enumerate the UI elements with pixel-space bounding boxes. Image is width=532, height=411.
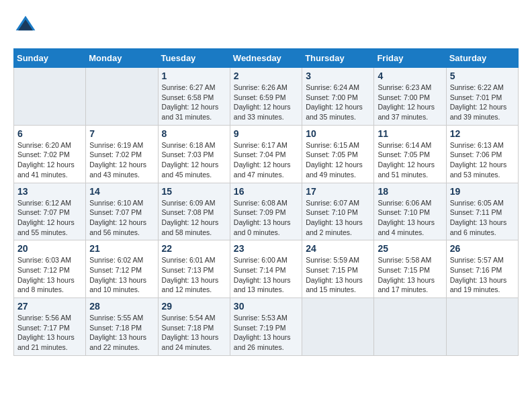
day-info: Sunrise: 6:01 AM Sunset: 7:13 PM Dayligh…: [162, 255, 226, 295]
day-info: Sunrise: 5:53 AM Sunset: 7:19 PM Dayligh…: [234, 313, 298, 353]
calendar-cell: 3Sunrise: 6:24 AM Sunset: 7:00 PM Daylig…: [302, 68, 374, 126]
calendar-cell: 25Sunrise: 5:58 AM Sunset: 7:15 PM Dayli…: [374, 240, 446, 298]
calendar-cell: [86, 68, 158, 126]
day-number: 19: [450, 186, 515, 197]
day-number: 16: [234, 186, 298, 197]
day-info: Sunrise: 5:56 AM Sunset: 7:17 PM Dayligh…: [17, 313, 82, 353]
calendar-cell: 10Sunrise: 6:15 AM Sunset: 7:05 PM Dayli…: [302, 125, 374, 183]
day-number: 22: [162, 243, 226, 254]
day-number: 3: [306, 71, 370, 81]
calendar-cell: 21Sunrise: 6:02 AM Sunset: 7:12 PM Dayli…: [86, 240, 158, 298]
day-info: Sunrise: 6:18 AM Sunset: 7:03 PM Dayligh…: [162, 140, 226, 180]
calendar-cell: 9Sunrise: 6:17 AM Sunset: 7:04 PM Daylig…: [230, 125, 302, 183]
day-info: Sunrise: 5:57 AM Sunset: 7:16 PM Dayligh…: [450, 255, 515, 295]
calendar-cell: 8Sunrise: 6:18 AM Sunset: 7:03 PM Daylig…: [158, 125, 230, 183]
weekday-header-friday: Friday: [374, 49, 446, 68]
calendar-cell: 5Sunrise: 6:22 AM Sunset: 7:01 PM Daylig…: [446, 68, 518, 126]
calendar-week-row: 13Sunrise: 6:12 AM Sunset: 7:07 PM Dayli…: [14, 183, 519, 240]
calendar-cell: 15Sunrise: 6:09 AM Sunset: 7:08 PM Dayli…: [158, 183, 230, 240]
calendar-cell: 24Sunrise: 5:59 AM Sunset: 7:15 PM Dayli…: [302, 240, 374, 298]
day-number: 25: [378, 243, 442, 254]
day-number: 30: [234, 301, 298, 312]
day-info: Sunrise: 6:23 AM Sunset: 7:00 PM Dayligh…: [378, 83, 442, 122]
day-number: 2: [234, 71, 298, 81]
day-info: Sunrise: 6:02 AM Sunset: 7:12 PM Dayligh…: [89, 255, 154, 295]
day-info: Sunrise: 6:26 AM Sunset: 6:59 PM Dayligh…: [234, 83, 298, 122]
day-info: Sunrise: 6:05 AM Sunset: 7:11 PM Dayligh…: [450, 198, 515, 238]
day-number: 10: [306, 128, 370, 139]
day-number: 12: [450, 128, 515, 139]
calendar-cell: 2Sunrise: 6:26 AM Sunset: 6:59 PM Daylig…: [230, 68, 302, 126]
day-number: 9: [234, 128, 298, 139]
calendar-week-row: 1Sunrise: 6:27 AM Sunset: 6:58 PM Daylig…: [14, 68, 519, 126]
day-number: 13: [17, 186, 82, 197]
day-number: 28: [89, 301, 154, 312]
calendar-cell: 13Sunrise: 6:12 AM Sunset: 7:07 PM Dayli…: [14, 183, 86, 240]
calendar-cell: 11Sunrise: 6:14 AM Sunset: 7:05 PM Dayli…: [374, 125, 446, 183]
day-info: Sunrise: 6:24 AM Sunset: 7:00 PM Dayligh…: [306, 83, 370, 122]
weekday-header-sunday: Sunday: [14, 49, 86, 68]
calendar-cell: 14Sunrise: 6:10 AM Sunset: 7:07 PM Dayli…: [86, 183, 158, 240]
day-number: 20: [17, 243, 82, 254]
logo-icon: [13, 13, 38, 38]
calendar-cell: 23Sunrise: 6:00 AM Sunset: 7:14 PM Dayli…: [230, 240, 302, 298]
calendar-week-row: 6Sunrise: 6:20 AM Sunset: 7:02 PM Daylig…: [14, 125, 519, 183]
day-info: Sunrise: 6:07 AM Sunset: 7:10 PM Dayligh…: [306, 198, 370, 238]
calendar-cell: 18Sunrise: 6:06 AM Sunset: 7:10 PM Dayli…: [374, 183, 446, 240]
day-number: 24: [306, 243, 370, 254]
day-number: 18: [378, 186, 442, 197]
calendar-cell: 26Sunrise: 5:57 AM Sunset: 7:16 PM Dayli…: [446, 240, 518, 298]
day-info: Sunrise: 6:27 AM Sunset: 6:58 PM Dayligh…: [162, 83, 226, 122]
day-info: Sunrise: 6:00 AM Sunset: 7:14 PM Dayligh…: [234, 255, 298, 295]
day-info: Sunrise: 5:54 AM Sunset: 7:18 PM Dayligh…: [162, 313, 226, 353]
day-number: 17: [306, 186, 370, 197]
calendar-cell: [374, 298, 446, 356]
day-info: Sunrise: 6:17 AM Sunset: 7:04 PM Dayligh…: [234, 140, 298, 180]
day-info: Sunrise: 6:22 AM Sunset: 7:01 PM Dayligh…: [450, 83, 515, 122]
day-number: 15: [162, 186, 226, 197]
day-info: Sunrise: 5:55 AM Sunset: 7:18 PM Dayligh…: [89, 313, 154, 353]
calendar-cell: 7Sunrise: 6:19 AM Sunset: 7:02 PM Daylig…: [86, 125, 158, 183]
weekday-header-monday: Monday: [86, 49, 158, 68]
weekday-header-thursday: Thursday: [302, 49, 374, 68]
calendar-cell: 6Sunrise: 6:20 AM Sunset: 7:02 PM Daylig…: [14, 125, 86, 183]
day-info: Sunrise: 6:15 AM Sunset: 7:05 PM Dayligh…: [306, 140, 370, 180]
day-info: Sunrise: 5:59 AM Sunset: 7:15 PM Dayligh…: [306, 255, 370, 295]
day-number: 21: [89, 243, 154, 254]
calendar-cell: [302, 298, 374, 356]
calendar-cell: 29Sunrise: 5:54 AM Sunset: 7:18 PM Dayli…: [158, 298, 230, 356]
day-number: 6: [17, 128, 82, 139]
calendar-cell: 17Sunrise: 6:07 AM Sunset: 7:10 PM Dayli…: [302, 183, 374, 240]
calendar-cell: 28Sunrise: 5:55 AM Sunset: 7:18 PM Dayli…: [86, 298, 158, 356]
day-number: 1: [162, 71, 226, 81]
day-number: 8: [162, 128, 226, 139]
day-info: Sunrise: 6:13 AM Sunset: 7:06 PM Dayligh…: [450, 140, 515, 180]
day-info: Sunrise: 6:08 AM Sunset: 7:09 PM Dayligh…: [234, 198, 298, 238]
day-info: Sunrise: 6:06 AM Sunset: 7:10 PM Dayligh…: [378, 198, 442, 238]
calendar-cell: 16Sunrise: 6:08 AM Sunset: 7:09 PM Dayli…: [230, 183, 302, 240]
weekday-header-tuesday: Tuesday: [158, 49, 230, 68]
calendar-cell: 27Sunrise: 5:56 AM Sunset: 7:17 PM Dayli…: [14, 298, 86, 356]
day-number: 29: [162, 301, 226, 312]
logo: [13, 13, 42, 38]
calendar-cell: [14, 68, 86, 126]
calendar-table: SundayMondayTuesdayWednesdayThursdayFrid…: [13, 48, 519, 356]
day-number: 27: [17, 301, 82, 312]
calendar-cell: 1Sunrise: 6:27 AM Sunset: 6:58 PM Daylig…: [158, 68, 230, 126]
calendar-cell: [446, 298, 518, 356]
day-info: Sunrise: 6:03 AM Sunset: 7:12 PM Dayligh…: [17, 255, 82, 295]
calendar-week-row: 20Sunrise: 6:03 AM Sunset: 7:12 PM Dayli…: [14, 240, 519, 298]
calendar-cell: 22Sunrise: 6:01 AM Sunset: 7:13 PM Dayli…: [158, 240, 230, 298]
day-number: 7: [89, 128, 154, 139]
weekday-header-saturday: Saturday: [446, 49, 518, 68]
calendar-cell: 30Sunrise: 5:53 AM Sunset: 7:19 PM Dayli…: [230, 298, 302, 356]
day-info: Sunrise: 6:19 AM Sunset: 7:02 PM Dayligh…: [89, 140, 154, 180]
calendar-cell: 20Sunrise: 6:03 AM Sunset: 7:12 PM Dayli…: [14, 240, 86, 298]
day-number: 11: [378, 128, 442, 139]
calendar-cell: 4Sunrise: 6:23 AM Sunset: 7:00 PM Daylig…: [374, 68, 446, 126]
day-info: Sunrise: 5:58 AM Sunset: 7:15 PM Dayligh…: [378, 255, 442, 295]
day-number: 23: [234, 243, 298, 254]
day-number: 4: [378, 71, 442, 81]
weekday-header-wednesday: Wednesday: [230, 49, 302, 68]
day-number: 5: [450, 71, 515, 81]
